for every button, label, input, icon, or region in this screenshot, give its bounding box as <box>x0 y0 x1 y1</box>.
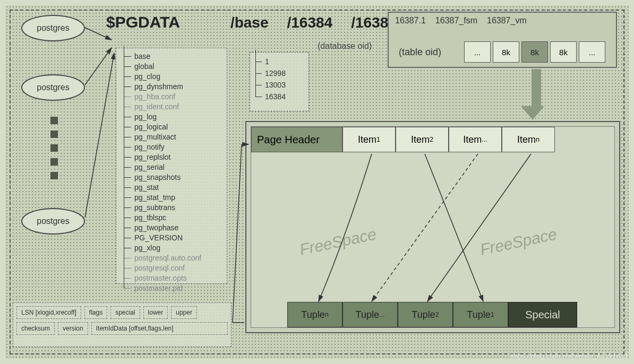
freespace-label: FreeSpace <box>478 225 559 259</box>
table-file-box: 16387.116387_fsm16387_vm (table oid) ...… <box>388 12 617 68</box>
header-field: checksum <box>16 322 55 335</box>
tree-entry: 13003 <box>254 79 304 91</box>
tree-entry: pg_log <box>122 112 221 122</box>
item-pointer-cell: Item1 <box>342 127 396 152</box>
header-field: LSN [xlogid,xrecoff] <box>16 306 81 319</box>
header-field: ItemIdData [offset,flags,len] <box>91 322 228 335</box>
file-block: ... <box>464 41 491 63</box>
tree-entry: 16384 <box>254 91 304 102</box>
watermark: https://blog.csdn.net/weixin_41191813 <box>510 352 628 360</box>
segment-filename: 16387_vm <box>487 16 527 25</box>
vertical-ellipsis <box>50 117 58 179</box>
db-oid-label: (database oid) <box>318 41 372 51</box>
tree-entry: pg_snapshots <box>122 172 221 183</box>
freespace-label: FreeSpace <box>298 225 378 259</box>
tree-entry: postmaster.pid <box>122 283 221 293</box>
tree-entry: pg_notify <box>122 142 221 152</box>
tree-entry: pg_xlog <box>122 243 221 253</box>
tree-entry: pg_stat <box>122 183 221 193</box>
tree-entry: pg_multixact <box>122 132 221 142</box>
postgres-process-oval: postgres <box>21 74 85 101</box>
tree-entry: pg_serial <box>122 162 221 172</box>
postgres-process-oval: postgres <box>21 208 85 235</box>
tuple-cell: Tuplen <box>287 302 342 327</box>
base-tree: 1129981300316384 <box>250 52 309 111</box>
tree-entry: 1 <box>254 56 304 67</box>
arrow-down-icon <box>528 69 544 120</box>
tree-entry: pg_clog <box>122 72 221 82</box>
tree-entry: 12998 <box>254 67 304 79</box>
path-heading: $PGDATA /base /16384 /16387 <box>106 13 397 31</box>
file-block: 8k <box>521 41 548 63</box>
segment-filename: 16387.1 <box>395 16 426 25</box>
heading-db-oid: /16384 <box>287 14 333 31</box>
tuple-cell: Tuple2 <box>398 302 453 327</box>
tree-entry: pg_subtrans <box>122 203 221 213</box>
tree-entry: pg_hba.conf <box>122 92 221 102</box>
tree-entry: pg_stat_tmp <box>122 193 221 203</box>
tree-entry: pg_logical <box>122 122 221 132</box>
page-header-breakdown: LSN [xlogid,xrecoff]flagsspeciallowerupp… <box>13 302 232 347</box>
tree-entry: postgresql.conf <box>122 263 221 273</box>
file-block: 8k <box>550 41 577 63</box>
pgdata-tree: baseglobalpg_clogpg_dynshmempg_hba.confp… <box>116 48 227 284</box>
page-layout-box: Page Header Item1Item2Item...Itemn FreeS… <box>245 121 620 333</box>
tree-entry: pg_tblspc <box>122 213 221 223</box>
page-header-cell: Page Header <box>251 127 342 152</box>
tree-entry: pg_dynshmem <box>122 82 221 92</box>
tree-entry: postgresql.auto.conf <box>122 253 221 263</box>
item-pointer-cell: Item2 <box>396 127 449 152</box>
header-field: version <box>58 322 88 335</box>
header-field: special <box>110 306 140 319</box>
tree-entry: PG_VERSION <box>122 233 221 243</box>
tree-entry: postmaster.opts <box>122 273 221 283</box>
tree-entry: pg_replslot <box>122 152 221 162</box>
segment-filename: 16387_fsm <box>435 16 477 25</box>
item-pointer-cell: Item... <box>449 127 502 152</box>
table-oid-label: (table oid) <box>393 42 461 63</box>
header-field: lower <box>143 306 168 319</box>
postgres-process-oval: postgres <box>21 15 85 41</box>
tuple-cell: Tuple1 <box>453 302 508 327</box>
heading-base: /base <box>230 14 269 31</box>
heading-pgdata: $PGDATA <box>106 13 180 31</box>
tree-entry: base <box>122 51 221 62</box>
header-field: upper <box>171 306 197 319</box>
file-block: ... <box>579 41 605 63</box>
tuple-cell: Tuple... <box>342 302 398 327</box>
header-field: flags <box>84 306 107 319</box>
tree-entry: pg_ident.conf <box>122 102 221 112</box>
file-block: 8k <box>493 41 519 63</box>
tree-entry: global <box>122 62 221 72</box>
item-pointer-cell: Itemn <box>502 127 555 152</box>
special-cell: Special <box>508 302 577 327</box>
tree-entry: pg_twophase <box>122 223 221 233</box>
